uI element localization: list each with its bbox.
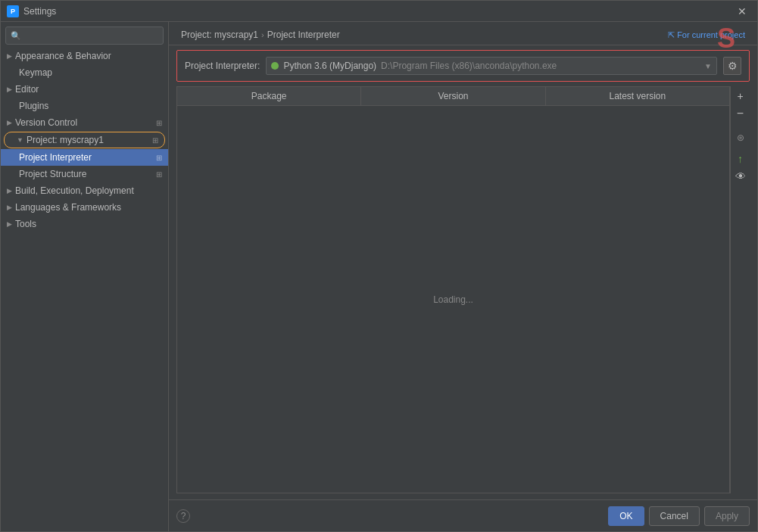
sidebar-item-project[interactable]: ▼ Project: myscrapy1 ⊞ (4, 132, 165, 148)
col-version: Version (361, 87, 545, 105)
current-project-label: For current project (677, 30, 745, 39)
sidebar-item-editor[interactable]: ▶ Editor (1, 81, 168, 98)
loading-text: Loading... (433, 294, 473, 305)
panel-header: Project: myscrapy1 › Project Interpreter… (169, 22, 757, 45)
interpreter-row: Project Interpreter: Python 3.6 (MyDjang… (176, 50, 750, 82)
current-project-link[interactable]: ⇱ For current project (668, 30, 745, 40)
sidebar: 🔍 ▶ Appearance & Behavior Keymap ▶ Edito… (1, 22, 169, 531)
chevron-icon-editor: ▶ (7, 86, 12, 93)
plus-icon: + (737, 90, 743, 102)
remove-package-button[interactable]: − (732, 105, 749, 122)
sidebar-label-plugins: Plugins (19, 101, 48, 111)
copy-icon-structure: ⊞ (156, 170, 162, 179)
table-header: Package Version Latest version (177, 87, 729, 106)
chevron-icon-lang: ▶ (7, 204, 12, 211)
sidebar-item-interpreter[interactable]: Project Interpreter ⊞ (1, 149, 168, 166)
table-body: Loading... (177, 106, 729, 493)
eye-icon: 👁 (735, 170, 746, 182)
sidebar-label-languages: Languages & Frameworks (15, 202, 121, 213)
close-button[interactable]: ✕ (733, 4, 751, 19)
link-icon: ⇱ (668, 30, 675, 40)
sidebar-label-tools: Tools (15, 219, 36, 229)
breadcrumb-section: Project Interpreter (267, 30, 340, 40)
search-box[interactable]: 🔍 (5, 26, 164, 45)
sidebar-label-keymap: Keymap (19, 67, 52, 78)
help-button[interactable]: ? (176, 509, 190, 523)
breadcrumb-separator: › (261, 30, 264, 39)
chevron-icon-vc: ▶ (7, 119, 12, 126)
cancel-button[interactable]: Cancel (649, 506, 700, 526)
chevron-icon: ▶ (7, 52, 12, 60)
table-area: Package Version Latest version Loading..… (176, 86, 750, 493)
gear-button[interactable]: ⚙ (723, 57, 741, 75)
right-panel: Project: myscrapy1 › Project Interpreter… (169, 22, 757, 531)
app-icon: P (7, 5, 19, 17)
col-latest-version: Latest version (546, 87, 729, 105)
svg-text:P: P (11, 8, 15, 15)
breadcrumb-project: Project: myscrapy1 (181, 30, 258, 40)
sidebar-label-project: Project: myscrapy1 (27, 135, 104, 145)
sidebar-label-vc: Version Control (15, 117, 77, 128)
window-title: Settings (23, 6, 56, 17)
sidebar-item-tools[interactable]: ▶ Tools (1, 216, 168, 232)
interpreter-label: Project Interpreter: (185, 61, 260, 71)
dropdown-arrow-icon: ▼ (704, 62, 712, 70)
sidebar-item-languages[interactable]: ▶ Languages & Frameworks (1, 199, 168, 216)
breadcrumb: Project: myscrapy1 › Project Interpreter (181, 30, 663, 40)
chevron-icon-project: ▼ (17, 136, 23, 144)
sidebar-label-editor: Editor (15, 84, 39, 95)
sidebar-item-appearance-behavior[interactable]: ▶ Appearance & Behavior (1, 48, 168, 64)
minus-icon: − (737, 107, 744, 120)
search-input[interactable] (24, 31, 158, 40)
side-toolbar: + − ⊛ ↑ 👁 (730, 86, 750, 493)
ok-button[interactable]: OK (608, 506, 644, 526)
show-options-button[interactable]: 👁 (732, 168, 749, 185)
sidebar-item-version-control[interactable]: ▶ Version Control ⊞ (1, 114, 168, 131)
add-package-button[interactable]: + (732, 88, 749, 104)
spinning-loader: ⊛ (732, 129, 749, 146)
interpreter-select[interactable]: Python 3.6 (MyDjango) D:\Program Files (… (266, 57, 717, 75)
sidebar-item-build[interactable]: ▶ Build, Execution, Deployment (1, 182, 168, 199)
loading-icon: ⊛ (737, 132, 744, 143)
search-icon: 🔍 (11, 31, 21, 41)
copy-icon-interpreter: ⊞ (156, 154, 162, 162)
upgrade-button[interactable]: ↑ (732, 151, 749, 167)
upgrade-icon: ↑ (738, 153, 743, 165)
sidebar-label-interpreter: Project Interpreter (19, 152, 92, 163)
chevron-icon-tools: ▶ (7, 220, 12, 228)
sidebar-item-keymap[interactable]: Keymap (1, 64, 168, 81)
gear-icon: ⚙ (728, 60, 738, 72)
sidebar-item-plugins[interactable]: Plugins (1, 98, 168, 114)
interpreter-path: D:\Program Files (x86)\anconda\python.ex… (381, 61, 557, 71)
sidebar-label-build: Build, Execution, Deployment (15, 185, 134, 196)
packages-table: Package Version Latest version Loading..… (176, 86, 730, 493)
interpreter-name: Python 3.6 (MyDjango) (283, 61, 376, 71)
sidebar-label-structure: Project Structure (19, 169, 86, 179)
bottom-panel: ? OK Cancel Apply (169, 499, 757, 531)
copy-icon-project: ⊞ (152, 136, 158, 145)
sidebar-label-appearance: Appearance & Behavior (15, 51, 111, 61)
col-package: Package (177, 87, 361, 105)
apply-button[interactable]: Apply (704, 506, 750, 526)
copy-icon-vc: ⊞ (156, 119, 162, 127)
python-status-dot (271, 62, 279, 70)
sidebar-item-structure[interactable]: Project Structure ⊞ (1, 166, 168, 182)
chevron-icon-build: ▶ (7, 187, 12, 194)
